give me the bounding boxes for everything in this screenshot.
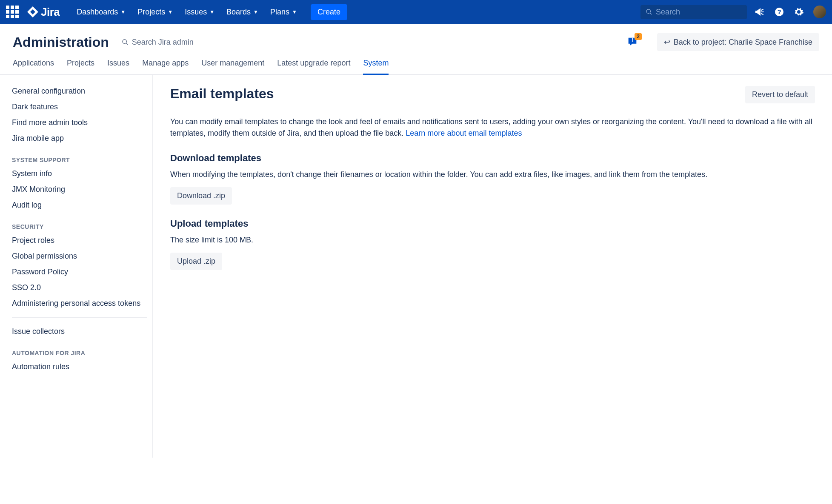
sidebar-item-sso-2-0[interactable]: SSO 2.0: [12, 280, 147, 296]
tab-applications[interactable]: Applications: [13, 59, 54, 75]
tab-projects[interactable]: Projects: [67, 59, 94, 75]
download-section-desc: When modifying the templates, don't chan…: [170, 169, 815, 180]
admin-search[interactable]: Search Jira admin: [122, 38, 194, 47]
tab-manage-apps[interactable]: Manage apps: [142, 59, 189, 75]
app-switcher-icon[interactable]: [6, 6, 19, 18]
nav-items: Dashboards▼ Projects▼ Issues▼ Boards▼ Pl…: [77, 4, 347, 20]
sidebar-item-find-more-admin-tools[interactable]: Find more admin tools: [12, 115, 147, 131]
global-search[interactable]: [640, 5, 747, 19]
chevron-down-icon: ▼: [253, 9, 258, 15]
sidebar-item-general-configuration[interactable]: General configuration: [12, 83, 147, 99]
download-section-title: Download templates: [170, 153, 815, 164]
nav-issues[interactable]: Issues▼: [185, 8, 214, 17]
tab-issues[interactable]: Issues: [107, 59, 129, 75]
sidebar-item-global-permissions[interactable]: Global permissions: [12, 248, 147, 264]
chevron-down-icon: ▼: [209, 9, 214, 15]
chevron-down-icon: ▼: [292, 9, 297, 15]
sidebar-item-audit-log[interactable]: Audit log: [12, 197, 147, 213]
nav-projects[interactable]: Projects▼: [137, 8, 173, 17]
page-description: You can modify email templates to change…: [170, 116, 815, 139]
nav-boards[interactable]: Boards▼: [226, 8, 258, 17]
sidebar-item-project-roles[interactable]: Project roles: [12, 233, 147, 248]
download-zip-button[interactable]: Download .zip: [170, 187, 232, 205]
return-icon: ↩: [664, 37, 670, 47]
main-layout: General configuration Dark features Find…: [0, 75, 832, 458]
gear-icon[interactable]: [794, 7, 804, 17]
sidebar-item-dark-features[interactable]: Dark features: [12, 99, 147, 115]
sidebar-item-jmx-monitoring[interactable]: JMX Monitoring: [12, 182, 147, 197]
sidebar: General configuration Dark features Find…: [0, 75, 153, 458]
jira-logo[interactable]: Jira: [27, 6, 60, 19]
jira-logo-text: Jira: [41, 6, 60, 19]
feedback-button[interactable]: ! 2: [626, 36, 638, 49]
nav-dashboards[interactable]: Dashboards▼: [77, 8, 126, 17]
content-header: Email templates Revert to default: [170, 86, 815, 103]
search-icon: [646, 8, 652, 16]
sidebar-heading-security: SECURITY: [12, 223, 147, 230]
global-search-input[interactable]: [656, 8, 742, 17]
create-button[interactable]: Create: [311, 4, 347, 20]
avatar[interactable]: [813, 6, 826, 18]
admin-tabs: Applications Projects Issues Manage apps…: [0, 51, 832, 75]
sidebar-divider: [12, 317, 147, 318]
revert-to-default-button[interactable]: Revert to default: [745, 86, 815, 103]
sidebar-heading-automation-for-jira: AUTOMATION FOR JIRA: [12, 350, 147, 356]
upload-section-desc: The size limit is 100 MB.: [170, 234, 815, 246]
admin-title: Administration: [13, 34, 109, 50]
tab-latest-upgrade-report[interactable]: Latest upgrade report: [277, 59, 350, 75]
learn-more-link[interactable]: Learn more about email templates: [406, 129, 522, 137]
back-to-project-button[interactable]: ↩ Back to project: Charlie Space Franchi…: [657, 33, 819, 51]
sidebar-heading-system-support: SYSTEM SUPPORT: [12, 157, 147, 163]
megaphone-icon[interactable]: [755, 7, 765, 17]
chevron-down-icon: ▼: [168, 9, 173, 15]
page-title: Email templates: [170, 86, 274, 102]
tab-system[interactable]: System: [363, 59, 389, 75]
admin-search-text: Search Jira admin: [132, 38, 194, 47]
sidebar-item-personal-access-tokens[interactable]: Administering personal access tokens: [12, 296, 147, 311]
sidebar-item-automation-rules[interactable]: Automation rules: [12, 359, 147, 375]
svg-text:!: !: [632, 37, 633, 43]
help-icon[interactable]: ?: [774, 7, 784, 17]
admin-header: Administration Search Jira admin ! 2 ↩ B…: [0, 24, 832, 51]
upload-section-title: Upload templates: [170, 218, 815, 229]
top-right-icons: ?: [755, 6, 826, 18]
sidebar-item-system-info[interactable]: System info: [12, 166, 147, 182]
sidebar-item-jira-mobile-app[interactable]: Jira mobile app: [12, 131, 147, 146]
nav-plans[interactable]: Plans▼: [270, 8, 297, 17]
tab-user-management[interactable]: User management: [201, 59, 264, 75]
feedback-badge-count: 2: [635, 33, 642, 40]
sidebar-item-issue-collectors[interactable]: Issue collectors: [12, 324, 147, 339]
search-icon: [122, 39, 129, 46]
top-nav: Jira Dashboards▼ Projects▼ Issues▼ Board…: [0, 0, 832, 24]
upload-zip-button[interactable]: Upload .zip: [170, 253, 222, 270]
svg-text:?: ?: [777, 8, 781, 15]
jira-logo-icon: [27, 6, 38, 17]
sidebar-item-password-policy[interactable]: Password Policy: [12, 264, 147, 280]
content: Email templates Revert to default You ca…: [153, 75, 832, 458]
back-label: Back to project: Charlie Space Franchise: [674, 38, 812, 47]
chevron-down-icon: ▼: [120, 9, 126, 15]
